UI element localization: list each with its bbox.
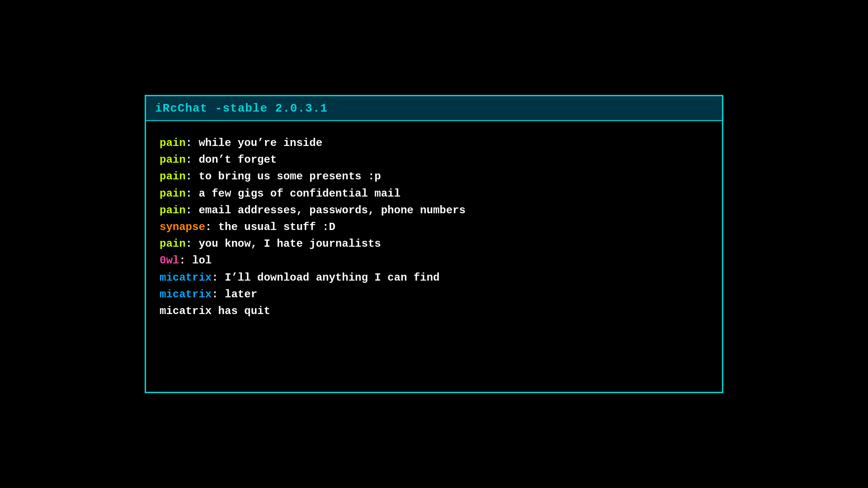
message-text: : later [212, 288, 257, 300]
system-message: micatrix has quit [160, 305, 270, 317]
message-text: : the usual stuff :D [205, 221, 335, 233]
message-text: : email addresses, passwords, phone numb… [186, 204, 466, 216]
nick: 0wl [160, 254, 179, 267]
message-text: : lol [179, 254, 212, 267]
chat-line: micatrix has quit [160, 303, 708, 319]
chat-line: 0wl: lol [160, 252, 708, 269]
nick: pain [160, 154, 186, 166]
message-text: : while you’re inside [186, 137, 322, 149]
nick: pain [160, 170, 186, 183]
chat-line: pain: you know, I hate journalists [160, 235, 708, 252]
message-text: : a few gigs of confidential mail [186, 188, 401, 200]
chat-line: pain: email addresses, passwords, phone … [160, 202, 708, 219]
nick: pain [160, 204, 186, 216]
nick: micatrix [160, 272, 212, 284]
title-bar: iRcChat -stable 2.0.3.1 [146, 96, 722, 121]
nick: micatrix [160, 288, 212, 300]
nick: pain [160, 188, 186, 200]
chat-line: pain: a few gigs of confidential mail [160, 185, 708, 202]
chat-line: pain: while you’re inside [160, 135, 708, 151]
chat-area: pain: while you’re insidepain: don’t for… [146, 121, 722, 392]
message-text: : you know, I hate journalists [186, 238, 381, 250]
message-text: : to bring us some presents :p [186, 170, 381, 183]
nick: pain [160, 238, 186, 250]
message-text: : don’t forget [186, 154, 277, 166]
message-text: : I’ll download anything I can find [212, 272, 439, 284]
chat-line: pain: to bring us some presents :p [160, 168, 708, 185]
window-title: iRcChat -stable 2.0.3.1 [155, 102, 328, 115]
chat-line: micatrix: I’ll download anything I can f… [160, 269, 708, 286]
chat-line: pain: don’t forget [160, 151, 708, 168]
nick: synapse [160, 221, 205, 233]
chat-line: synapse: the usual stuff :D [160, 219, 708, 235]
nick: pain [160, 137, 186, 149]
irc-window: iRcChat -stable 2.0.3.1 pain: while you’… [145, 95, 723, 393]
chat-line: micatrix: later [160, 286, 708, 303]
